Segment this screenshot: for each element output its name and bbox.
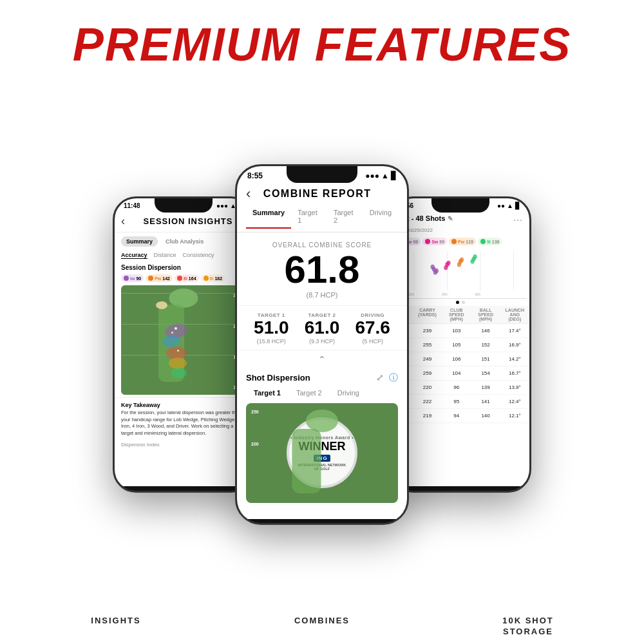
phone-left: 11:48 ●●● ▲ ▊ ‹ SESSION INSIGHTS Summary… xyxy=(113,196,254,493)
td-la-7: 12.1° xyxy=(500,411,529,421)
time-center: 8:55 xyxy=(247,171,263,180)
table-row: ○ 255 105 152 16.9° xyxy=(392,338,529,352)
td-carry-5: 220 xyxy=(413,383,442,393)
notch-left xyxy=(155,198,213,213)
big-score: 61.8 xyxy=(246,249,398,291)
svg-text:100: 100 xyxy=(408,292,414,296)
sub-tab-distance[interactable]: Distance xyxy=(154,252,176,259)
dispersion-index-label: Dispersion Index xyxy=(115,440,252,449)
right-screen: Net - 48 Shots ✎ ··· 📅03/29/2022 lw 68 xyxy=(392,211,529,486)
table-row: 3w 222 95 141 12.4° xyxy=(392,395,529,409)
center-nav-header: ‹ COMBINE REPORT xyxy=(237,182,407,206)
bottom-label-storage: 10K SHOTSTORAGE xyxy=(425,616,631,638)
td-carry-7: 219 xyxy=(413,411,442,421)
sub-score-target2: TARGET 2 61.0 (9.3 HCP) xyxy=(305,312,340,345)
label-insights: INSIGHTS xyxy=(13,616,219,627)
phone-right: 3:56 ●● ▲ ▊ Net - 48 Shots ✎ ··· 📅03/29/… xyxy=(390,196,531,493)
big-hcp: (8.7 HCP) xyxy=(246,291,398,299)
right-nav-header: Net - 48 Shots ✎ ··· xyxy=(392,211,529,227)
td-bs-4: 154 xyxy=(471,368,500,379)
td-carry-3: 249 xyxy=(413,354,442,365)
expand-icon[interactable]: ⤢ xyxy=(376,372,384,384)
club-chips: lw 90 Pw 142 8i 164 6i 182 xyxy=(115,272,252,284)
disp-tab-t1[interactable]: Target 1 xyxy=(246,386,289,399)
tab-center-summary[interactable]: Summary xyxy=(246,206,291,228)
notch-center xyxy=(287,166,357,183)
td-bs-7: 140 xyxy=(471,411,500,421)
info-icon[interactable]: ⓘ xyxy=(389,372,398,384)
disp-tab-t2[interactable]: Target 2 xyxy=(289,386,330,399)
shot-dispersion-header: Shot Dispersion ⤢ ⓘ xyxy=(237,368,407,386)
center-screen: ‹ COMBINE REPORT Summary Target 1 Target… xyxy=(237,182,407,519)
sub-tabs-left: Accuracy Distance Consistency xyxy=(115,251,252,261)
left-screen-title: SESSION INSIGHTS xyxy=(130,216,246,226)
center-tabs: Summary Target 1 Target 2 Driving xyxy=(237,206,407,232)
sub-tab-consistency[interactable]: Consistency xyxy=(183,252,214,259)
sub-score-value-t1: 51.0 xyxy=(254,318,289,338)
tab-club-analysis[interactable]: Club Analysis xyxy=(160,236,209,247)
status-icons-right: ●● ▲ ▊ xyxy=(497,202,520,209)
disp-tabs: Target 1 Target 2 Driving xyxy=(237,386,407,403)
sub-score-hcp-t1: (15.8 HCP) xyxy=(254,338,289,345)
edit-icon[interactable]: ✎ xyxy=(448,215,453,222)
td-cs-6: 95 xyxy=(442,397,471,407)
tab-center-target2[interactable]: Target 2 xyxy=(327,206,363,228)
disp-tab-dr[interactable]: Driving xyxy=(330,386,367,399)
td-cs-1: 103 xyxy=(442,326,471,336)
sub-score-value-dr: 67.6 xyxy=(355,318,390,338)
svg-point-10 xyxy=(435,269,439,273)
back-arrow-center[interactable]: ‹ xyxy=(246,185,251,202)
shot-disp-icons: ⤢ ⓘ xyxy=(376,372,398,384)
status-icons-center: ●●● ▲ ▊ xyxy=(365,171,397,180)
table-row: 3w 219 94 140 12.1° xyxy=(392,409,529,423)
club-chip-6i: 6i 182 xyxy=(201,274,225,282)
club-chip-pw: Pw 142 xyxy=(146,274,173,282)
tab-center-target1[interactable]: Target 1 xyxy=(291,206,327,228)
sub-score-hcp-t2: (9.3 HCP) xyxy=(305,338,340,345)
td-bs-2: 152 xyxy=(471,340,500,350)
center-dispersion-map: 250 200 • Industry Honors Award • WINNER… xyxy=(246,403,398,503)
kt-title: Key Takeaway xyxy=(121,402,246,408)
tab-center-driving[interactable]: Driving xyxy=(363,206,398,228)
td-bs-6: 141 xyxy=(471,397,500,407)
session-date: 📅03/29/2022 xyxy=(392,227,529,236)
back-arrow-left[interactable]: ‹ xyxy=(121,214,125,228)
td-bs-3: 151 xyxy=(471,354,500,365)
bottom-label-insights: INSIGHTS xyxy=(13,616,219,638)
td-carry-6: 222 xyxy=(413,397,442,407)
page-dot-1[interactable] xyxy=(456,301,459,304)
club-chip-8i: 8i 164 xyxy=(175,274,199,282)
th-launch: LAUNCH ANG(DEG) xyxy=(500,306,529,323)
svg-point-9 xyxy=(431,265,435,269)
tab-summary[interactable]: Summary xyxy=(121,236,158,247)
td-carry-2: 255 xyxy=(413,340,442,350)
td-la-5: 13.9° xyxy=(500,383,529,393)
combine-score-section: OVERALL COMBINE SCORE 61.8 (8.7 HCP) xyxy=(237,232,407,305)
td-cs-2: 105 xyxy=(442,340,471,350)
label-storage: 10K SHOTSTORAGE xyxy=(425,616,631,638)
kt-text: For the session, your lateral dispersion… xyxy=(121,410,246,437)
phone-center: 8:55 ●●● ▲ ▊ ‹ COMBINE REPORT Summary Ta… xyxy=(235,164,409,525)
page-title: PREMIUM FEATURES xyxy=(0,18,644,71)
more-options[interactable]: ··· xyxy=(513,214,523,225)
td-la-2: 16.9° xyxy=(500,340,529,350)
sub-tab-accuracy[interactable]: Accuracy xyxy=(121,252,147,259)
tab-pills-left: Summary Club Analysis xyxy=(115,232,252,251)
sub-score-hcp-dr: (5 HCP) xyxy=(355,338,390,345)
td-bs-1: 146 xyxy=(471,326,500,336)
key-takeaway: Key Takeaway For the session, your later… xyxy=(115,397,252,440)
label-combines: COMBINES xyxy=(219,616,425,627)
td-la-6: 12.4° xyxy=(500,397,529,407)
right-chip-pw: Pw 119 xyxy=(449,238,476,245)
chart-svg: 100 200 300 xyxy=(394,247,527,298)
page-dot-2[interactable] xyxy=(462,301,465,304)
session-dispersion-map: 250 200 150 100 xyxy=(121,285,246,395)
right-club-chips: lw 68 Sw 89 Pw 119 9i 138 xyxy=(392,236,529,247)
page-header: PREMIUM FEATURES xyxy=(0,0,644,82)
sub-score-target1: TARGET 1 51.0 (15.8 HCP) xyxy=(254,312,289,345)
td-carry-4: 259 xyxy=(413,368,442,379)
left-nav-header: ‹ SESSION INSIGHTS xyxy=(115,211,252,232)
td-cs-4: 104 xyxy=(442,368,471,379)
chevron-up[interactable]: ⌃ xyxy=(237,350,407,368)
th-club-speed: CLUB SPEED(MPH) xyxy=(442,306,471,323)
